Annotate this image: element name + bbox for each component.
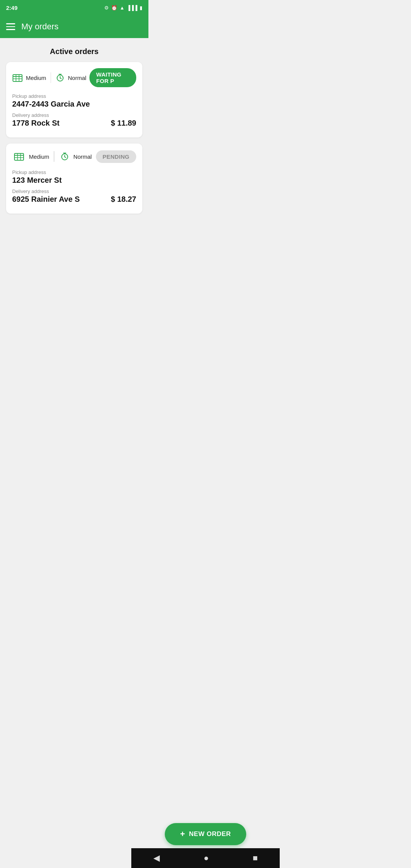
order-card-2[interactable]: Medium Normal PENDING Pickup address 123… — [6, 144, 142, 214]
alarm-icon: ⏰ — [111, 5, 117, 11]
pickup-section-2: Pickup address 123 Mercer St — [12, 169, 136, 185]
order-card-1[interactable]: Medium Normal WAITING FOR P Pickup addre… — [6, 62, 142, 137]
bottom-nav: ◀ ● ■ — [131, 848, 148, 868]
page-title: My orders — [21, 22, 59, 32]
status-bar: 2:49 ⚙ ⏰ ▲ ▐▐▐ ▮ — [0, 0, 148, 15]
delivery-address-2: 6925 Rainier Ave S — [12, 195, 80, 204]
pickup-label-2: Pickup address — [12, 169, 136, 175]
speed-label-1: Normal — [68, 75, 86, 81]
size-label-1: Medium — [26, 75, 46, 81]
status-icons: ⚙ ⏰ ▲ ▐▐▐ ▮ — [104, 5, 142, 11]
delivery-section-1: Delivery address 1778 Rock St $ 11.89 — [12, 112, 136, 128]
delivery-row-1: 1778 Rock St $ 11.89 — [12, 119, 136, 128]
new-order-container: + NEW ORDER — [131, 823, 148, 845]
card-header-1: Medium Normal WAITING FOR P — [12, 68, 136, 87]
pickup-address-2: 123 Mercer St — [12, 176, 136, 185]
battery-icon: ▮ — [140, 5, 142, 11]
price-2: $ 18.27 — [111, 195, 136, 204]
size-label-2: Medium — [29, 153, 49, 160]
status-badge-1: WAITING FOR P — [89, 68, 136, 87]
price-1: $ 11.89 — [111, 119, 136, 128]
delivery-label-1: Delivery address — [12, 112, 136, 118]
main-content: Active orders Medium — [0, 38, 148, 868]
delivery-label-2: Delivery address — [12, 188, 136, 194]
status-time: 2:49 — [6, 5, 18, 11]
wifi-icon: ▲ — [119, 5, 124, 11]
svg-rect-0 — [13, 75, 22, 81]
package-icon-2 — [12, 150, 26, 163]
menu-button[interactable] — [6, 23, 15, 30]
pickup-label-1: Pickup address — [12, 93, 136, 99]
pickup-section-1: Pickup address 2447-2443 Garcia Ave — [12, 93, 136, 108]
delivery-section-2: Delivery address 6925 Rainier Ave S $ 18… — [12, 188, 136, 204]
top-bar: My orders — [0, 15, 148, 38]
signal-icon: ▐▐▐ — [127, 5, 137, 11]
card-header-2: Medium Normal PENDING — [12, 150, 136, 163]
divider-2 — [54, 151, 54, 162]
pickup-address-1: 2447-2443 Garcia Ave — [12, 100, 136, 108]
package-icon-1 — [12, 71, 23, 85]
svg-line-7 — [60, 78, 61, 79]
settings-icon: ⚙ — [104, 5, 109, 11]
delivery-address-1: 1778 Rock St — [12, 119, 60, 128]
divider-1 — [51, 72, 51, 83]
speed-label-2: Normal — [73, 153, 93, 160]
section-title: Active orders — [0, 38, 148, 62]
delivery-row-2: 6925 Rainier Ave S $ 18.27 — [12, 195, 136, 204]
svg-line-16 — [65, 157, 66, 158]
back-nav-button[interactable]: ◀ — [146, 850, 148, 866]
status-badge-2: PENDING — [96, 150, 136, 163]
timer-icon-2 — [59, 151, 70, 162]
timer-icon-1 — [56, 72, 65, 83]
svg-rect-9 — [14, 153, 24, 160]
